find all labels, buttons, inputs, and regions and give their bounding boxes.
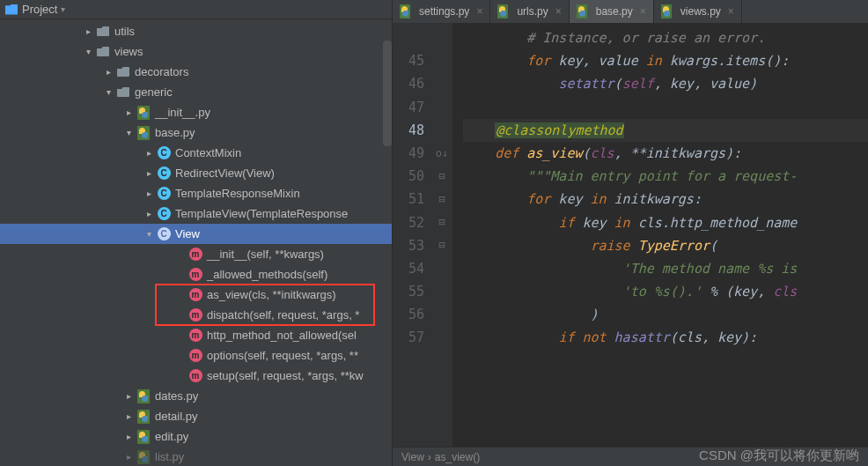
tree-method-allowed[interactable]: m_allowed_methods(self) [0,264,392,285]
folder-icon [117,67,129,77]
fold-icon[interactable]: ⊟ [431,211,452,234]
method-icon: m [189,268,202,281]
tree-class-view[interactable]: CView [0,224,392,244]
close-icon[interactable]: × [728,5,734,18]
python-file-icon [497,4,508,18]
tree-class-templateview[interactable]: CTemplateView(TemplateResponse [0,203,392,224]
method-icon: m [189,349,202,362]
close-icon[interactable]: × [640,5,646,18]
expand-arrow-icon[interactable] [144,189,153,198]
python-file-icon [661,4,672,18]
class-icon: C [158,187,171,200]
tree-class-redirectview[interactable]: CRedirectView(View) [0,163,392,183]
fold-gutter: o↓ ⊟ ⊟ ⊟ ⊟ [431,23,452,447]
tree-folder-decorators[interactable]: decorators [0,62,392,82]
breadcrumb-item[interactable]: as_view() [435,451,480,463]
tree-class-templateresponsemixin[interactable]: CTemplateResponseMixin [0,183,392,203]
expand-arrow-icon[interactable] [84,26,92,36]
method-icon: m [189,248,202,261]
expand-arrow-icon[interactable] [124,391,133,401]
line-number-gutter: 45 46 47 48 49 50 51 52 53 54 55 56 57 [393,23,431,447]
folder-icon [97,26,109,36]
tree-method-dispatch[interactable]: mdispatch(self, request, *args, * [0,305,392,325]
expand-arrow-icon[interactable] [124,411,133,421]
tree-method-init[interactable]: m__init__(self, **kwargs) [0,244,392,264]
expand-arrow-icon[interactable] [124,432,133,441]
class-icon: C [158,207,171,220]
tree-file-list[interactable]: list.py [0,447,392,466]
tree-method-setup[interactable]: msetup(self, request, *args, **kw [0,366,392,386]
chevron-down-icon[interactable]: ▾ [61,4,65,14]
tree-file-edit[interactable]: edit.py [0,426,392,447]
breadcrumb[interactable]: View › as_view() [393,447,868,466]
tab-urls[interactable]: urls.py× [490,0,569,23]
python-file-icon [137,410,150,424]
editor-pane: settings.py× urls.py× base.py× views.py×… [393,0,868,466]
tree-method-options[interactable]: moptions(self, request, *args, ** [0,345,392,366]
tab-base[interactable]: base.py× [570,0,654,23]
project-header[interactable]: Project ▾ [0,0,392,19]
code-content[interactable]: # Instance, or raise an error. for key, … [452,23,868,447]
breadcrumb-item[interactable]: View [401,451,424,463]
method-icon: m [189,329,202,342]
folder-icon [117,87,129,97]
method-icon: m [189,369,202,382]
python-file-icon [577,4,587,18]
method-icon: m [189,308,202,322]
python-file-icon [137,430,150,444]
fold-icon[interactable]: ⊟ [431,165,452,188]
expand-arrow-icon[interactable] [124,107,133,117]
python-file-icon [137,450,150,464]
tree-method-asview[interactable]: mas_view(cls, **initkwargs) [0,285,392,305]
expand-arrow-icon[interactable] [124,128,133,137]
close-icon[interactable]: × [476,5,482,18]
expand-arrow-icon[interactable] [124,452,133,462]
python-file-icon [137,389,150,403]
python-file-icon [137,106,150,120]
tree-method-http[interactable]: mhttp_method_not_allowed(sel [0,325,392,345]
tree-file-detail[interactable]: detail.py [0,406,392,426]
tree-folder-views[interactable]: views [0,41,392,62]
override-icon[interactable]: o↓ [431,142,452,165]
project-title: Project [22,3,57,16]
close-icon[interactable]: × [555,5,562,18]
tab-views[interactable]: views.py× [654,0,742,23]
python-file-icon [400,4,410,18]
project-icon [5,4,18,15]
method-icon: m [189,288,202,301]
expand-arrow-icon[interactable] [84,47,92,56]
expand-arrow-icon[interactable] [144,209,153,218]
expand-arrow-icon[interactable] [144,229,153,239]
project-tree: utils views decorators generic __init__.… [0,19,392,466]
tree-file-init[interactable]: __init__.py [0,102,392,122]
expand-arrow-icon[interactable] [144,168,153,178]
code-area[interactable]: 45 46 47 48 49 50 51 52 53 54 55 56 57 o… [393,23,868,447]
class-icon: C [158,146,171,159]
tree-class-contextmixin[interactable]: CContextMixin [0,143,392,163]
editor-tabs: settings.py× urls.py× base.py× views.py× [393,0,868,23]
tree-file-base[interactable]: base.py [0,122,392,143]
expand-arrow-icon[interactable] [104,87,113,97]
tree-folder-utils[interactable]: utils [0,21,392,41]
folder-icon [97,47,109,56]
fold-icon[interactable]: ⊟ [431,234,452,257]
fold-icon[interactable]: ⊟ [431,188,452,211]
tree-folder-generic[interactable]: generic [0,82,392,102]
class-icon: C [158,166,171,180]
expand-arrow-icon[interactable] [104,67,113,77]
tab-settings[interactable]: settings.py× [393,0,490,23]
breadcrumb-separator-icon: › [428,451,431,463]
project-sidebar: Project ▾ utils views decorators generic… [0,0,393,466]
python-file-icon [137,126,150,140]
expand-arrow-icon[interactable] [144,148,153,158]
tree-file-dates[interactable]: dates.py [0,386,392,406]
class-icon: C [158,227,171,240]
